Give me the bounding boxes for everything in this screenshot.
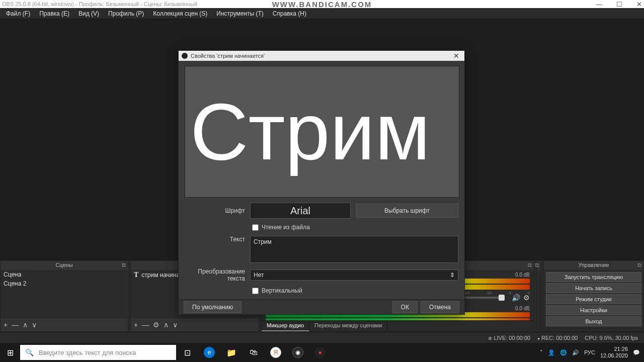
select-font-button[interactable]: Выбрать шрифт bbox=[356, 204, 458, 218]
cancel-button[interactable]: Отмена bbox=[421, 301, 459, 313]
transform-select[interactable]: Нет⇕ bbox=[250, 269, 458, 281]
add-scene-icon[interactable]: + bbox=[4, 321, 8, 329]
menu-view[interactable]: Вид (V) bbox=[74, 9, 103, 18]
remove-source-icon[interactable]: — bbox=[142, 321, 149, 329]
source-settings-icon[interactable]: ⚙ bbox=[153, 321, 159, 329]
exit-button[interactable]: Выход bbox=[546, 316, 641, 326]
dialog-close-icon[interactable]: ✕ bbox=[451, 52, 461, 60]
rec-dot-icon: ● bbox=[537, 336, 540, 340]
settings-button[interactable]: Настройки bbox=[546, 305, 641, 315]
scene-item[interactable]: Сцена 2 bbox=[1, 279, 128, 288]
menubar: Файл (F) Правка (E) Вид (V) Профиль (P) … bbox=[0, 8, 644, 19]
tray-notifications-icon[interactable]: 💬 bbox=[633, 349, 640, 356]
start-record-button[interactable]: Начать запись bbox=[546, 283, 641, 293]
tray-volume-icon[interactable]: 🔊 bbox=[572, 349, 579, 356]
maximize-icon[interactable]: ☐ bbox=[616, 1, 622, 8]
store-icon[interactable]: 🛍 bbox=[243, 343, 265, 362]
tray-people-icon[interactable]: 👤 bbox=[548, 349, 555, 356]
font-value-display: Arial bbox=[250, 203, 351, 219]
controls-header: Управление ⧉ bbox=[544, 261, 643, 270]
label-font: Шрифт bbox=[185, 207, 245, 214]
cpu-status: CPU: 9.6%, 30.00 fps bbox=[585, 335, 638, 341]
yandex-icon[interactable]: Я bbox=[265, 343, 287, 362]
dialog-title-text: Свойства 'стрим начинается' bbox=[191, 53, 265, 59]
text-input[interactable] bbox=[250, 236, 458, 263]
window-titlebar: OBS 25.0.8 (64-bit, windows) - Профиль: … bbox=[0, 0, 644, 8]
popout-icon[interactable]: ⧉ bbox=[535, 262, 539, 268]
search-icon: 🔍 bbox=[25, 348, 34, 356]
menu-edit[interactable]: Правка (E) bbox=[35, 9, 73, 18]
tray-network-icon[interactable]: 🌐 bbox=[560, 349, 567, 356]
search-placeholder: Введите здесь текст для поиска bbox=[39, 349, 136, 356]
defaults-button[interactable]: По умолчанию bbox=[184, 301, 242, 313]
menu-tools[interactable]: Инструменты (T) bbox=[212, 9, 267, 18]
text-source-icon: T bbox=[134, 271, 138, 279]
text-preview: Стрим bbox=[185, 66, 459, 198]
label-text: Текст bbox=[185, 236, 245, 243]
audio-meter bbox=[266, 318, 530, 320]
close-icon[interactable]: ✕ bbox=[636, 1, 642, 8]
tab-transitions[interactable]: Переходы между сценами bbox=[309, 321, 387, 331]
read-from-file-checkbox[interactable] bbox=[252, 224, 259, 231]
window-title: OBS 25.0.8 (64-bit, windows) - Профиль: … bbox=[2, 1, 197, 7]
tray-chevron-icon[interactable]: ˄ bbox=[540, 349, 543, 356]
speaker-icon[interactable]: 🔊 bbox=[512, 294, 520, 302]
taskbar: ⊞ 🔍 Введите здесь текст для поиска ⊡ e 📁… bbox=[0, 343, 644, 362]
ok-button[interactable]: ОК bbox=[392, 301, 418, 313]
add-source-icon[interactable]: + bbox=[134, 321, 138, 329]
chevron-updown-icon: ⇕ bbox=[450, 272, 455, 279]
dialog-titlebar[interactable]: Свойства 'стрим начинается' ✕ bbox=[179, 51, 464, 61]
tray-clock[interactable]: 21:26 12.06.2020 bbox=[600, 346, 628, 359]
obs-icon[interactable]: ◉ bbox=[287, 343, 309, 362]
live-dot-icon: ⦿ bbox=[488, 336, 492, 340]
obs-logo-icon bbox=[182, 53, 188, 59]
menu-file[interactable]: Файл (F) bbox=[2, 9, 34, 18]
task-view-icon[interactable]: ⊡ bbox=[176, 343, 198, 362]
popout-icon[interactable]: ⧉ bbox=[528, 262, 532, 268]
menu-help[interactable]: Справка (H) bbox=[269, 9, 310, 18]
preview-text: Стрим bbox=[190, 92, 430, 172]
tray-lang[interactable]: РУС bbox=[584, 349, 595, 355]
statusbar: ⦿ LIVE: 00:00:00 ● REC: 00:00:00 CPU: 9.… bbox=[0, 332, 644, 343]
track-db: 0.0 dB bbox=[515, 306, 530, 311]
scene-down-icon[interactable]: ∨ bbox=[32, 321, 37, 329]
read-from-file-label: Чтение из файла bbox=[262, 224, 310, 231]
live-status: LIVE: 00:00:00 bbox=[494, 335, 530, 341]
minimize-icon[interactable]: — bbox=[596, 1, 602, 8]
vertical-checkbox[interactable] bbox=[252, 288, 259, 294]
label-transform: Преобразование текста bbox=[185, 268, 245, 282]
rec-status: REC: 00:00:00 bbox=[541, 335, 578, 341]
tab-audio-mixer[interactable]: Микшер аудио bbox=[262, 321, 309, 331]
studio-mode-button[interactable]: Режим студии bbox=[546, 294, 641, 304]
remove-scene-icon[interactable]: — bbox=[12, 321, 19, 329]
popout-icon[interactable]: ⧉ bbox=[637, 262, 641, 268]
menu-scene-collection[interactable]: Коллекция сцен (S) bbox=[149, 9, 211, 18]
transitions-panel: ⧉ bbox=[536, 260, 541, 332]
scene-item[interactable]: Сцена bbox=[1, 270, 128, 279]
scene-up-icon[interactable]: ∧ bbox=[23, 321, 28, 329]
explorer-icon[interactable]: 📁 bbox=[220, 343, 243, 362]
edge-icon[interactable]: e bbox=[198, 343, 220, 362]
track-db: 0.0 dB bbox=[515, 272, 530, 278]
record-icon[interactable]: ● bbox=[309, 343, 331, 362]
scenes-panel: Сцены ⧉ Сцена Сцена 2 + — ∧ ∨ bbox=[0, 260, 128, 332]
start-button[interactable]: ⊞ bbox=[0, 343, 20, 362]
scenes-header: Сцены ⧉ bbox=[1, 261, 128, 270]
source-up-icon[interactable]: ∧ bbox=[164, 321, 169, 329]
search-box[interactable]: 🔍 Введите здесь текст для поиска bbox=[20, 345, 176, 360]
popout-icon[interactable]: ⧉ bbox=[122, 262, 126, 268]
start-stream-button[interactable]: Запустить трансляцию bbox=[546, 272, 641, 282]
properties-dialog: Свойства 'стрим начинается' ✕ Стрим Шриф… bbox=[178, 50, 465, 315]
vertical-label: Вертикальный bbox=[262, 287, 302, 294]
source-down-icon[interactable]: ∨ bbox=[173, 321, 178, 329]
menu-profile[interactable]: Профиль (P) bbox=[104, 9, 148, 18]
controls-panel: Управление ⧉ Запустить трансляцию Начать… bbox=[543, 260, 644, 332]
